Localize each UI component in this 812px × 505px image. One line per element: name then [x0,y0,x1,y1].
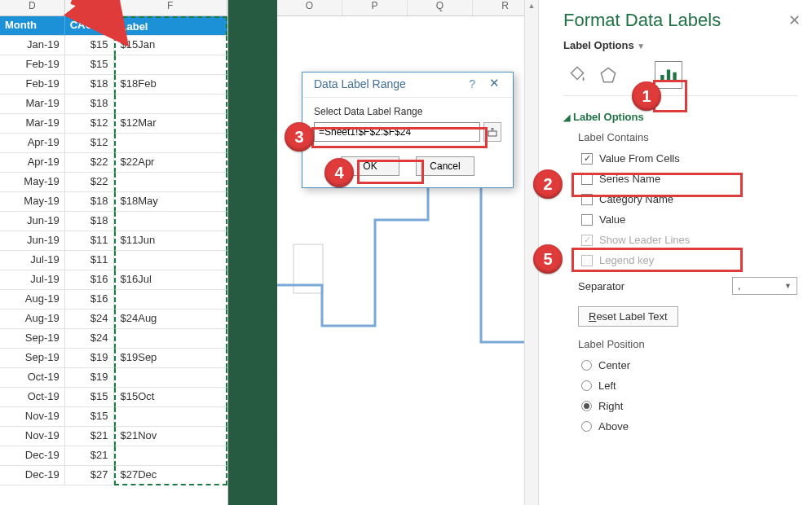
cell-month[interactable]: Jun-19 [0,231,65,251]
table-row[interactable]: May-19$18$18May [0,192,227,212]
category-name-checkbox[interactable]: Category Name [578,189,797,209]
table-row[interactable]: Apr-19$22$22Apr [0,153,227,173]
cell-month[interactable]: Dec-19 [0,466,65,485]
pos-left-radio[interactable]: Left [578,375,797,396]
cell-label[interactable] [114,446,227,466]
cell-label[interactable]: $11Jun [114,231,227,251]
table-row[interactable]: Jun-19$18 [0,212,227,231]
table-row[interactable]: Sep-19$24 [0,329,227,349]
cell-cac[interactable]: $12 [65,134,114,153]
table-row[interactable]: Dec-19$27$27Dec [0,466,227,485]
table-row[interactable]: Nov-19$21$21Nov [0,427,227,446]
cell-cac[interactable]: $11 [65,251,114,270]
scroll-up-icon[interactable]: ▲ [525,0,538,10]
cell-month[interactable]: Mar-19 [0,114,65,134]
cell-cac[interactable]: $15 [65,55,114,75]
cell-month[interactable]: Feb-19 [0,75,65,94]
cell-label[interactable] [114,290,227,310]
cell-month[interactable]: Oct-19 [0,368,65,388]
cell-cac[interactable]: $16 [65,270,114,290]
cell-label[interactable] [114,94,227,114]
table-row[interactable]: Jul-19$16$16Jul [0,270,227,290]
pane-subhead[interactable]: Label Options ▼ [563,39,797,51]
table-row[interactable]: Apr-19$12 [0,134,227,153]
cell-month[interactable]: Aug-19 [0,290,65,310]
cell-cac[interactable]: $18 [65,212,114,231]
cell-label[interactable] [114,134,227,153]
cell-label[interactable] [114,173,227,192]
cell-label[interactable] [114,329,227,349]
value-checkbox[interactable]: Value [578,209,797,230]
effects-tab-icon[interactable] [594,61,622,89]
cell-label[interactable]: $27Dec [114,466,227,485]
spreadsheet[interactable]: D E F Month CAC Label Jan-19$15$15JanFeb… [0,0,228,505]
table-row[interactable]: Feb-19$18$18Feb [0,75,227,94]
dialog-close-icon[interactable]: ✕ [483,76,505,94]
table-row[interactable]: Feb-19$15 [0,55,227,75]
separator-select[interactable]: ,▼ [732,277,797,295]
cell-cac[interactable]: $18 [65,192,114,212]
cell-month[interactable]: May-19 [0,192,65,212]
col-q[interactable]: Q [408,0,473,15]
cell-label[interactable] [114,368,227,388]
cell-month[interactable]: Nov-19 [0,407,65,427]
cell-label[interactable] [114,55,227,75]
cell-month[interactable]: Oct-19 [0,388,65,407]
cell-month[interactable]: Jun-19 [0,212,65,231]
cell-month[interactable]: Apr-19 [0,153,65,173]
dialog-help-icon[interactable]: ? [469,77,475,90]
cell-month[interactable]: Aug-19 [0,310,65,329]
cell-label[interactable]: $12Mar [114,114,227,134]
value-from-cells-checkbox[interactable]: Value From Cells [578,148,797,169]
table-row[interactable]: Jun-19$11$11Jun [0,231,227,251]
cell-month[interactable]: Jan-19 [0,36,65,55]
cell-month[interactable]: May-19 [0,173,65,192]
cell-cac[interactable]: $15 [65,388,114,407]
col-p[interactable]: P [342,0,408,15]
chart-options-tab-icon[interactable] [655,61,682,89]
cell-cac[interactable]: $24 [65,310,114,329]
table-row[interactable]: Aug-19$16 [0,290,227,310]
cell-label[interactable] [114,407,227,427]
cell-month[interactable]: Sep-19 [0,349,65,368]
dialog-title[interactable]: Data Label Range ? ✕ [302,72,513,98]
range-input[interactable] [314,122,480,142]
range-select-icon[interactable] [483,122,501,142]
cell-month[interactable]: Nov-19 [0,427,65,446]
cell-cac[interactable]: $24 [65,329,114,349]
table-row[interactable]: Aug-19$24$24Aug [0,310,227,329]
cell-cac[interactable]: $21 [65,427,114,446]
cell-label[interactable] [114,251,227,270]
table-row[interactable]: May-19$22 [0,173,227,192]
cell-cac[interactable]: $27 [65,466,114,485]
cell-label[interactable]: $24Aug [114,310,227,329]
table-row[interactable]: Nov-19$15 [0,407,227,427]
table-row[interactable]: Mar-19$18 [0,94,227,114]
cell-month[interactable]: Jul-19 [0,270,65,290]
cell-label[interactable]: $18Feb [114,75,227,94]
cell-month[interactable]: Jul-19 [0,251,65,270]
cell-month[interactable]: Dec-19 [0,446,65,466]
col-d[interactable]: D [0,0,65,15]
table-row[interactable]: Sep-19$19$19Sep [0,349,227,368]
close-pane-icon[interactable]: ✕ [788,11,801,29]
cell-month[interactable]: Mar-19 [0,94,65,114]
cell-month[interactable]: Sep-19 [0,329,65,349]
pos-right-radio[interactable]: Right [578,396,797,416]
cell-cac[interactable]: $21 [65,446,114,466]
cell-label[interactable]: $18May [114,192,227,212]
cell-cac[interactable]: $16 [65,290,114,310]
table-row[interactable]: Mar-19$12$12Mar [0,114,227,134]
cell-cac[interactable]: $15 [65,407,114,427]
cell-label[interactable]: $21Nov [114,427,227,446]
col-o[interactable]: O [277,0,342,15]
cell-cac[interactable]: $12 [65,114,114,134]
table-row[interactable]: Jul-19$11 [0,251,227,270]
cell-cac[interactable]: $19 [65,368,114,388]
cell-cac[interactable]: $22 [65,153,114,173]
cancel-button[interactable]: Cancel [416,156,474,176]
series-name-checkbox[interactable]: Series Name [578,169,797,189]
cell-label[interactable]: $15Oct [114,388,227,407]
pos-center-radio[interactable]: Center [578,355,797,375]
cell-label[interactable]: $19Sep [114,349,227,368]
